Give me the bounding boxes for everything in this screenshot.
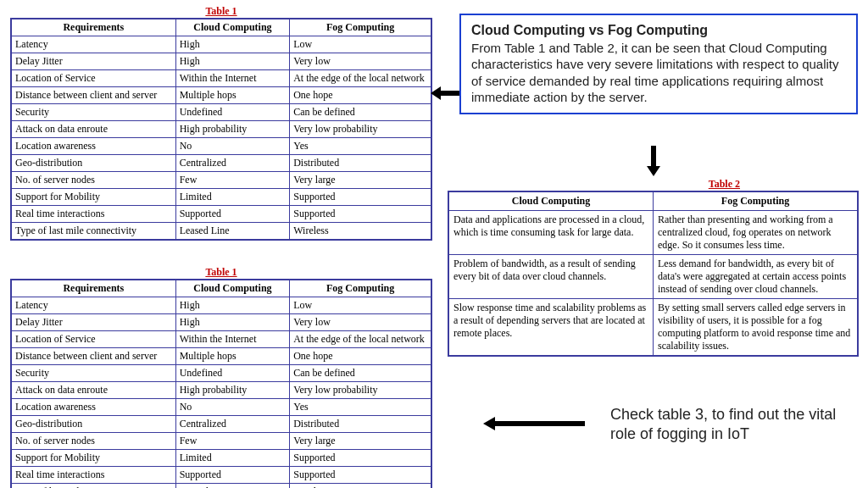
table-cell: Geo-distribution <box>11 155 175 172</box>
table-cell: Very low probability <box>290 382 431 399</box>
table-cell: Delay Jitter <box>11 314 175 331</box>
table-cell: Delay Jitter <box>11 53 175 70</box>
table-row: Support for MobilityLimitedSupported <box>11 450 431 467</box>
table-cell: At the edge of the local network <box>290 70 431 87</box>
table-cell: Support for Mobility <box>11 450 175 467</box>
table-cell: Supported <box>290 206 431 223</box>
svg-marker-0 <box>431 86 459 100</box>
table-cell: Attack on data enroute <box>11 382 175 399</box>
table-row: SecurityUndefinedCan be defined <box>11 104 431 121</box>
table-row: Data and applications are processed in a… <box>448 211 858 255</box>
table1b-header: Cloud Computing <box>175 280 290 297</box>
info-box-title: Cloud Computing vs Fog Computing <box>471 23 708 37</box>
table-cell: No. of server nodes <box>11 172 175 189</box>
table-row: Problem of bandwidth, as a result of sen… <box>448 255 858 299</box>
table-cell: Less demand for bandwidth, as every bit … <box>654 255 859 299</box>
table-cell: Rather than presenting and working from … <box>654 211 859 255</box>
table-cell: High probability <box>175 382 290 399</box>
table-cell: One hope <box>290 348 431 365</box>
table2-header: Cloud Computing <box>448 191 654 211</box>
table1-caption: Table 1 <box>10 5 432 18</box>
table-cell: One hope <box>290 87 431 104</box>
table1-body: LatencyHighLowDelay JitterHighVery lowLo… <box>11 36 431 241</box>
table-row: Geo-distributionCentralizedDistributed <box>11 155 431 172</box>
table-cell: No <box>175 138 290 155</box>
table-cell: Distributed <box>290 155 431 172</box>
table-cell: Latency <box>11 36 175 53</box>
table-cell: Location of Service <box>11 70 175 87</box>
table-row: Attack on data enrouteHigh probabilityVe… <box>11 382 431 399</box>
table-row: Delay JitterHighVery low <box>11 53 431 70</box>
table-cell: High <box>175 297 290 314</box>
table-cell: By setting small servers called edge ser… <box>654 299 859 357</box>
table-cell: High <box>175 36 290 53</box>
table-cell: Location of Service <box>11 331 175 348</box>
table-row: Distance between client and serverMultip… <box>11 348 431 365</box>
table-cell: Very large <box>290 172 431 189</box>
table-row: Attack on data enrouteHigh probabilityVe… <box>11 121 431 138</box>
table-cell: Type of last mile connectivity <box>11 484 175 489</box>
table-row: Type of last mile connectivityLeased Lin… <box>11 484 431 489</box>
table-cell: Latency <box>11 297 175 314</box>
table-cell: Yes <box>290 138 431 155</box>
table-cell: High <box>175 53 290 70</box>
table1b-header: Requirements <box>11 280 175 297</box>
table1: Requirements Cloud Computing Fog Computi… <box>10 18 432 241</box>
table-cell: No <box>175 399 290 416</box>
table-cell: Multiple hops <box>175 87 290 104</box>
table-cell: Limited <box>175 450 290 467</box>
table-row: SecurityUndefinedCan be defined <box>11 365 431 382</box>
table-cell: Low <box>290 297 431 314</box>
table-cell: Security <box>11 365 175 382</box>
table-cell: Within the Internet <box>175 70 290 87</box>
info-box-body: From Table 1 and Table 2, it can be seen… <box>471 41 839 105</box>
table-row: No. of server nodesFewVery large <box>11 433 431 450</box>
table1b-container: Table 1 Requirements Cloud Computing Fog… <box>10 266 432 488</box>
table-cell: At the edge of the local network <box>290 331 431 348</box>
table1-header: Requirements <box>11 19 175 36</box>
table-row: Location awarenessNoYes <box>11 138 431 155</box>
table-cell: No. of server nodes <box>11 433 175 450</box>
table2-caption: Table 2 <box>448 178 859 191</box>
table-cell: High probability <box>175 121 290 138</box>
table-row: Slow response time and scalability probl… <box>448 299 858 357</box>
table-cell: Very low <box>290 53 431 70</box>
table-cell: Supported <box>290 450 431 467</box>
table-cell: Wireless <box>290 223 431 241</box>
table-cell: Supported <box>175 206 290 223</box>
table-cell: Geo-distribution <box>11 416 175 433</box>
table-row: LatencyHighLow <box>11 297 431 314</box>
table-cell: Multiple hops <box>175 348 290 365</box>
arrow-left-icon <box>483 415 585 432</box>
table-cell: Centralized <box>175 155 290 172</box>
table2-body: Data and applications are processed in a… <box>448 211 858 357</box>
table-cell: Support for Mobility <box>11 189 175 206</box>
table-row: Support for MobilityLimitedSupported <box>11 189 431 206</box>
table1-header: Cloud Computing <box>175 19 290 36</box>
table-row: Location awarenessNoYes <box>11 399 431 416</box>
table-cell: Very low <box>290 314 431 331</box>
table-cell: Few <box>175 172 290 189</box>
table-cell: Attack on data enroute <box>11 121 175 138</box>
table-cell: Can be defined <box>290 365 431 382</box>
table-cell: Centralized <box>175 416 290 433</box>
svg-marker-2 <box>483 417 585 430</box>
table-cell: Wireless <box>290 484 431 489</box>
table-cell: Supported <box>290 467 431 484</box>
table-row: Delay JitterHighVery low <box>11 314 431 331</box>
table1-header: Fog Computing <box>290 19 431 36</box>
table-cell: High <box>175 314 290 331</box>
table-row: Real time interactionsSupportedSupported <box>11 206 431 223</box>
table-cell: Supported <box>175 467 290 484</box>
table-row: Real time interactionsSupportedSupported <box>11 467 431 484</box>
table-cell: Slow response time and scalability probl… <box>448 299 654 357</box>
table-cell: Very low probability <box>290 121 431 138</box>
table-row: LatencyHighLow <box>11 36 431 53</box>
table1b: Requirements Cloud Computing Fog Computi… <box>10 279 432 488</box>
svg-marker-1 <box>647 146 660 176</box>
table-cell: Data and applications are processed in a… <box>448 211 654 255</box>
table-cell: Very large <box>290 433 431 450</box>
table1b-caption: Table 1 <box>10 266 432 279</box>
table-row: Location of ServiceWithin the InternetAt… <box>11 331 431 348</box>
table-cell: Location awareness <box>11 399 175 416</box>
